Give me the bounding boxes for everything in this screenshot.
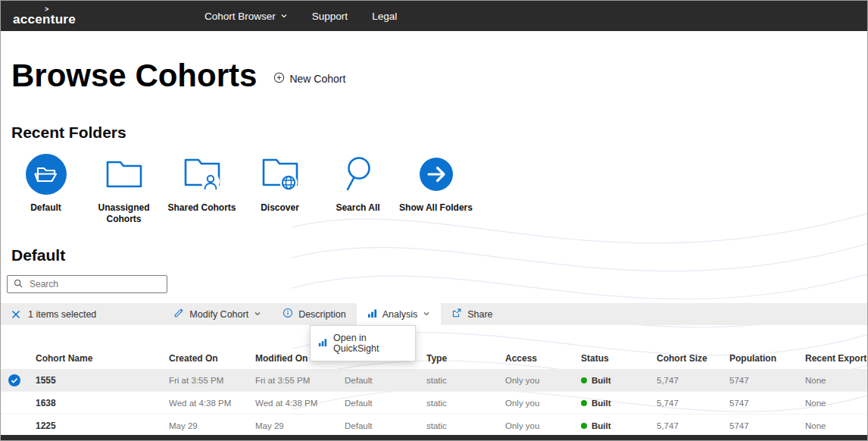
recent-folders-heading: Recent Folders [11,124,867,142]
page-title: Browse Cohorts [11,58,257,93]
current-folder-heading: Default [11,246,867,264]
nav-legal[interactable]: Legal [372,11,397,22]
chevron-down-icon [280,11,288,22]
row-checkbox-checked[interactable] [1,374,28,386]
folder-tile-shared-cohorts[interactable]: Shared Cohorts [163,152,241,225]
folder-outline-icon [104,152,145,196]
cell-access: Only you [498,376,573,385]
column-label: Type [426,353,447,364]
pencil-icon [173,308,184,321]
analysis-button[interactable]: Analysis [357,303,442,325]
cell-cohort-name: 1555 [28,375,161,386]
folder-tile-label: Search All [336,202,379,214]
title-row: Browse Cohorts New Cohort [11,58,867,93]
folder-person-icon [182,152,223,196]
cell-folder: Default [337,376,419,385]
search-icon [14,277,23,291]
column-header-recent-export[interactable]: Recent Export [798,353,867,364]
open-in-quicksight-label: Open in QuickSight [333,333,407,354]
selection-info: 1 items selected [1,309,96,320]
cohort-table: Cohort Name Created On Modified On↓ Fold… [1,348,867,437]
analysis-dropdown-menu: Open in QuickSight [310,325,416,361]
cell-access: Only you [498,399,573,408]
folder-tile-label: Unassigned Cohorts [85,202,163,225]
clear-selection-button[interactable] [11,310,20,319]
column-label: Cohort Name [36,353,92,364]
column-label: Population [729,353,776,364]
analysis-label: Analysis [382,309,418,320]
nav-cohort-browser-label: Cohort Browser [205,11,276,22]
folder-tile-label: Discover [261,202,299,214]
column-label: Modified On [255,353,308,364]
folder-tile-show-all-folders[interactable]: Show All Folders [397,152,475,225]
status-built-dot [581,377,587,383]
table-row[interactable]: 1638 Wed at 4:38 PM Wed at 4:38 PM Defau… [1,392,867,414]
folder-tile-label: Shared Cohorts [167,202,236,214]
cell-population: 5747 [722,376,798,385]
command-bar-actions: Modify Cohort Description Analysis [163,303,503,325]
status-label: Built [592,376,611,385]
folder-globe-icon [260,152,301,196]
chart-icon [367,308,377,321]
cell-cohort-name: 1225 [28,421,161,431]
folder-tile-search-all[interactable]: Search All [319,152,397,225]
open-in-quicksight-menu-item[interactable]: Open in QuickSight [311,327,415,359]
column-label: Status [581,353,609,364]
chart-bars-icon [318,338,327,349]
cell-status: Built [573,399,649,408]
chevron-down-icon [254,309,261,320]
nav-support-label: Support [312,11,348,22]
info-icon [283,308,293,321]
folder-tile-discover[interactable]: Discover [241,152,319,225]
nav-support[interactable]: Support [312,11,348,22]
column-label: Recent Export [805,353,866,364]
cell-population: 5747 [722,399,798,408]
column-header-status[interactable]: Status [573,353,649,364]
new-cohort-button[interactable]: New Cohort [273,72,345,86]
cell-created-on: May 29 [161,421,248,430]
share-label: Share [467,309,492,320]
column-header-type[interactable]: Type [419,353,498,364]
column-header-cohort-size[interactable]: Cohort Size [649,353,722,364]
column-header-population[interactable]: Population [722,353,798,364]
chevron-down-icon [423,309,430,320]
main-content: Browse Cohorts New Cohort Recent Folders [1,58,867,437]
cell-type: static [419,399,498,408]
brand-text: accenture [13,13,76,26]
folder-tile-unassigned-cohorts[interactable]: Unassigned Cohorts [85,152,163,225]
cell-created-on: Fri at 3:55 PM [161,376,248,385]
cell-folder: Default [337,421,419,430]
column-header-created-on[interactable]: Created On [161,353,248,364]
selection-count-label: 1 items selected [28,309,96,320]
circle-plus-icon [273,72,285,86]
modify-cohort-label: Modify Cohort [189,309,248,320]
column-header-cohort-name[interactable]: Cohort Name [28,353,161,364]
status-built-dot [581,423,587,429]
table-row[interactable]: 1555 Fri at 3:55 PM Fri at 3:55 PM Defau… [1,369,867,392]
column-label: Access [505,353,537,364]
search-input[interactable] [28,278,161,290]
share-button[interactable]: Share [441,303,503,325]
table-header-row: Cohort Name Created On Modified On↓ Fold… [1,348,867,369]
nav-legal-label: Legal [372,11,397,22]
magnifier-icon [339,152,377,196]
table-row[interactable]: 1225 May 29 May 29 Default static Only y… [1,414,867,437]
open-folder-filled-circle-icon [26,152,67,196]
cell-cohort-name: 1638 [28,398,161,408]
cell-modified-on: May 29 [248,421,337,430]
modify-cohort-button[interactable]: Modify Cohort [163,303,272,325]
column-header-access[interactable]: Access [498,353,573,364]
cell-type: static [419,421,498,430]
column-label: Created On [169,353,218,364]
folder-tile-default[interactable]: Default [7,152,85,225]
cell-cohort-size: 5,747 [649,376,722,385]
new-cohort-label: New Cohort [289,73,345,85]
arrow-right-filled-circle-icon [420,152,453,196]
cell-cohort-size: 5,747 [649,399,722,408]
description-button[interactable]: Description [272,303,357,325]
cell-modified-on: Wed at 4:38 PM [248,399,337,408]
accenture-logo: > accenture [13,6,76,26]
command-bar: 1 items selected Modify Cohort Des [1,303,867,325]
nav-cohort-browser[interactable]: Cohort Browser [205,11,288,22]
status-label: Built [592,399,611,408]
